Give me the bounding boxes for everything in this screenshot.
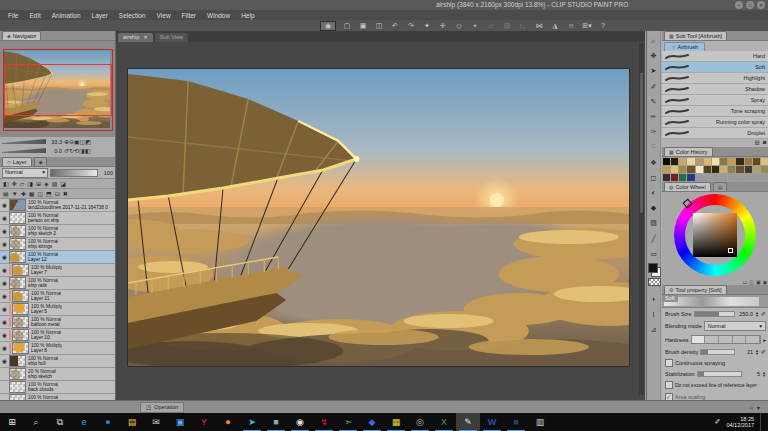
toolbar-icon-8[interactable]: ◇ [454, 22, 464, 30]
color-swatch[interactable] [761, 166, 768, 173]
layer-visibility-eye-icon[interactable]: ◉ [0, 202, 9, 208]
ruler-icon[interactable]: ⊿ [651, 322, 657, 337]
decoration-icon[interactable]: ❖ [650, 155, 656, 170]
layer-thumbnail[interactable] [12, 342, 29, 354]
menu-filter[interactable]: Filter [182, 12, 196, 19]
menu-edit[interactable]: Edit [29, 12, 40, 19]
tab-layer-property[interactable]: ◆ [34, 157, 48, 166]
taskbar-twitter[interactable]: ➤ [240, 413, 264, 431]
color-swatch[interactable] [720, 158, 727, 165]
layer-visibility-eye-icon[interactable]: ◉ [0, 215, 9, 221]
layer-visibility-eye-icon[interactable]: ◉ [0, 293, 9, 299]
taskbar-clip-studio[interactable]: ✎ [456, 413, 480, 431]
stabilization-stepper[interactable]: ▲▼ [762, 371, 766, 377]
brush-size-stepper[interactable]: ▲▼ [755, 311, 759, 317]
toolbar-icon-6[interactable]: ✦ [422, 22, 432, 30]
layer-tool-icon[interactable]: ▱ [20, 180, 25, 187]
toolbar-icon-11[interactable]: ▨ [502, 22, 512, 30]
magnifier-icon[interactable]: ⌕ [652, 33, 656, 48]
taskbar-file-explorer[interactable]: ▤ [120, 413, 144, 431]
color-swatch[interactable] [671, 166, 678, 173]
gradient-icon[interactable]: ▨ [650, 215, 657, 230]
layer-thumbnail[interactable] [9, 238, 26, 250]
nav-rotate-slider[interactable] [2, 148, 46, 153]
canvas-vertical-scrollbar[interactable] [639, 43, 644, 395]
color-swatch[interactable] [696, 174, 703, 181]
nav-zoom-icon[interactable]: ◩ [85, 139, 91, 145]
layer-tool-icon[interactable]: ▦ [29, 190, 35, 197]
pencil-icon[interactable]: ✏ [651, 109, 657, 124]
brush-spray[interactable]: Spray [662, 95, 768, 106]
taskbar-paper-plane[interactable]: ➣ [336, 413, 360, 431]
opacity-slider[interactable] [50, 169, 98, 177]
saturation-value-square[interactable] [693, 213, 737, 257]
toolbar-icon-3[interactable]: ◫ [374, 22, 384, 30]
show-desktop-button[interactable] [760, 413, 764, 431]
color-swatch[interactable] [736, 174, 743, 181]
layer-thumbnail[interactable] [12, 303, 29, 315]
taskbar-edge[interactable]: e [72, 413, 96, 431]
taskbar-task-view[interactable]: ⧉ [48, 413, 72, 431]
taskbar-browser-blue[interactable]: ● [96, 413, 120, 431]
layer-thumbnail[interactable] [12, 290, 29, 302]
layer-row[interactable]: ◉100 % NormalLayer 11 [0, 290, 115, 303]
sub-tool-footer-icon[interactable]: ◙ [763, 139, 766, 147]
layer-thumbnail[interactable] [9, 368, 26, 380]
layer-tool-icon[interactable]: ▨ [52, 180, 58, 187]
layer-row[interactable]: ◉100 % Normalship hull [0, 355, 115, 368]
color-swatch[interactable] [736, 158, 743, 165]
color-swatch[interactable] [745, 166, 752, 173]
taskbar-ball[interactable]: ◉ [288, 413, 312, 431]
blend-mode-select[interactable]: Normal▾ [2, 168, 48, 178]
nav-rotate-icon[interactable]: ◧ [85, 148, 91, 154]
color-swatch[interactable] [745, 158, 752, 165]
continuous-spraying-checkbox[interactable] [665, 359, 673, 367]
airbrush-icon[interactable]: ⁙ [651, 139, 657, 154]
color-swatch[interactable] [720, 166, 727, 173]
group-tab-airbrush[interactable]: ⁙ Airbrush [664, 42, 705, 51]
layer-tool-icon[interactable]: ◨ [27, 180, 33, 187]
hardness-segments[interactable] [691, 335, 762, 344]
pen-tray-icon[interactable]: ✐ [715, 418, 721, 426]
toolbar-icon-15[interactable]: ⍾ [566, 22, 576, 30]
color-swatch[interactable] [761, 174, 768, 181]
tab-color-history[interactable]: ▦ Color History [664, 147, 713, 156]
layer-visibility-eye-icon[interactable]: ◉ [0, 228, 9, 234]
correct-line-icon[interactable]: ⌇ [652, 307, 655, 322]
layer-row[interactable]: ◉100 % Normalland2cloudlines 2017-11-21 … [0, 199, 115, 212]
pen-pressure-icon[interactable]: ✐ [761, 310, 766, 317]
sub-tool-footer-icon[interactable]: ▤ [754, 139, 759, 147]
move-icon[interactable]: ✥ [651, 48, 657, 63]
tab-layer[interactable]: ◇ Layer [2, 157, 32, 166]
color-swatch[interactable] [761, 158, 768, 165]
layer-row[interactable]: ◉100 % Normalship sketch 2 [0, 225, 115, 238]
taskbar-pictures[interactable]: ▥ [528, 413, 552, 431]
toolbar-icon-4[interactable]: ↶ [390, 22, 400, 30]
balloon-icon[interactable]: ◗ [651, 291, 655, 306]
menu-file[interactable]: File [8, 12, 18, 19]
status-icon[interactable]: ⌂ [749, 404, 753, 411]
taskbar-app-grey[interactable]: ■ [264, 413, 288, 431]
color-swatch[interactable] [687, 174, 694, 181]
status-tab[interactable]: ◳ Operation [140, 402, 184, 413]
brush-tone-scraping[interactable]: Tone scraping [662, 106, 768, 117]
layer-tool-icon[interactable]: ✥ [12, 180, 17, 187]
color-swatch[interactable] [663, 174, 670, 181]
taskbar-lightning[interactable]: ↯ [312, 413, 336, 431]
layer-tool-icon[interactable]: ◧ [3, 180, 9, 187]
operation-icon[interactable]: ➤ [651, 63, 657, 78]
layer-visibility-eye-icon[interactable]: ◉ [0, 345, 9, 351]
layer-visibility-eye-icon[interactable]: ◉ [0, 332, 9, 338]
menu-animation[interactable]: Animation [52, 12, 81, 19]
tab-tool-property[interactable]: ⚙ Tool property [Soft] [664, 285, 727, 294]
color-swatch[interactable] [679, 158, 686, 165]
canvas-tab-sub-view[interactable]: Sub View [155, 33, 188, 42]
taskbar-app-blue[interactable]: ◆ [360, 413, 384, 431]
wheel-foot-icon-3[interactable]: ▣ [756, 279, 761, 285]
layer-thumbnail[interactable] [12, 316, 29, 328]
layer-row[interactable]: 100 % Normalback clouds [0, 381, 115, 394]
layer-row[interactable]: ◉100 % NormalLayer 12 [0, 251, 115, 264]
pen-icon[interactable]: ✎ [651, 94, 657, 109]
tab-color-wheel[interactable]: ◍ Color Wheel [664, 182, 711, 191]
brush-density-stepper[interactable]: ▲▼ [755, 349, 759, 355]
